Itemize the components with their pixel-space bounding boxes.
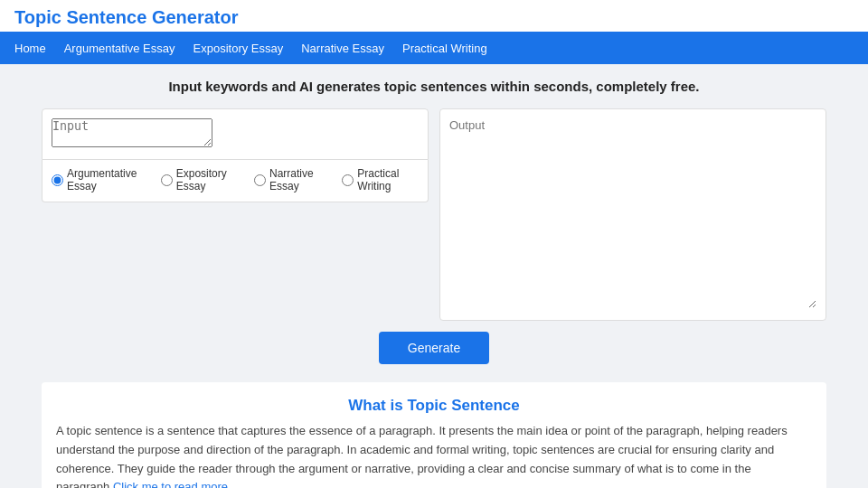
- main-content: Input keywords and AI generates topic se…: [27, 64, 841, 488]
- input-box: [42, 108, 429, 160]
- output-textarea[interactable]: [449, 118, 816, 308]
- site-title: Topic Sentence Generator: [14, 7, 238, 27]
- headline: Input keywords and AI generates topic se…: [42, 79, 826, 94]
- nav: Home Argumentative Essay Expository Essa…: [0, 32, 868, 64]
- radio-practical[interactable]: Practical Writing: [342, 167, 419, 192]
- radio-expository[interactable]: Expository Essay: [161, 167, 241, 192]
- nav-item-expository[interactable]: Expository Essay: [193, 34, 284, 62]
- nav-item-narrative[interactable]: Narrative Essay: [301, 34, 384, 62]
- essay-type-selector: Argumentative Essay Expository Essay Nar…: [42, 160, 429, 202]
- nav-item-practical[interactable]: Practical Writing: [402, 34, 487, 62]
- output-box: [439, 108, 826, 321]
- generate-btn-row: Generate: [42, 332, 826, 364]
- right-panel: [439, 108, 826, 321]
- header: Topic Sentence Generator: [0, 0, 868, 32]
- info-section: What is Topic Sentence A topic sentence …: [42, 382, 826, 488]
- read-more-link[interactable]: Click me to read more: [113, 480, 228, 488]
- what-is-title: What is Topic Sentence: [56, 397, 812, 415]
- radio-narrative[interactable]: Narrative Essay: [254, 167, 329, 192]
- nav-item-home[interactable]: Home: [14, 34, 46, 62]
- input-textarea[interactable]: [52, 118, 212, 147]
- nav-item-argumentative[interactable]: Argumentative Essay: [64, 34, 175, 62]
- what-is-text: A topic sentence is a sentence that capt…: [56, 422, 812, 488]
- left-panel: Argumentative Essay Expository Essay Nar…: [42, 108, 429, 321]
- radio-argumentative[interactable]: Argumentative Essay: [52, 167, 148, 192]
- generate-button[interactable]: Generate: [379, 332, 489, 364]
- io-container: Argumentative Essay Expository Essay Nar…: [42, 108, 826, 321]
